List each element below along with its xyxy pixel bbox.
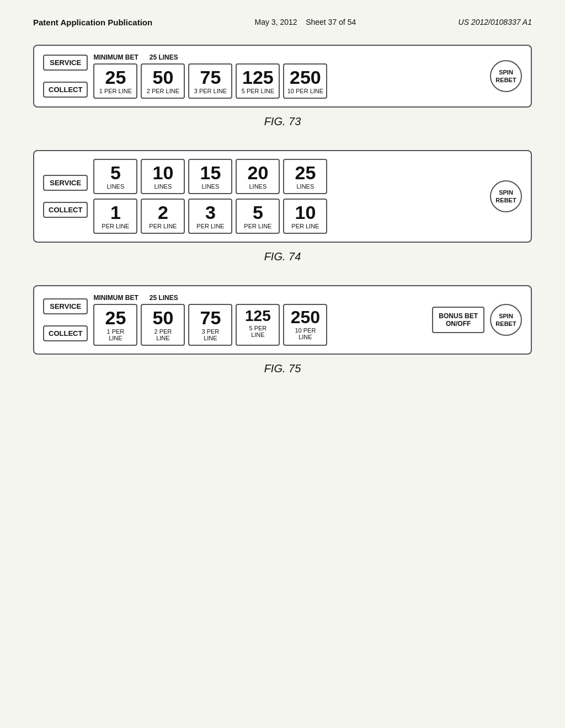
bet-btn-74-top-1[interactable]: 10 LINES bbox=[141, 159, 185, 194]
bet-value-75-4: 250 bbox=[286, 308, 324, 326]
publication-title: Patent Application Publication bbox=[33, 17, 152, 28]
bet-btn-74-top-4[interactable]: 25 LINES bbox=[283, 159, 327, 194]
figure-75-box: SERVICE COLLECT MINIMUM BET 25 LINES 25 … bbox=[33, 285, 532, 355]
bet-value-73-2: 75 bbox=[191, 68, 229, 87]
lines-label-75: 25 LINES bbox=[150, 294, 178, 302]
bet-sub-73-3: 5 PER LINE bbox=[239, 88, 276, 94]
bet-value-74-bot-2: 3 bbox=[191, 203, 229, 222]
service-button-75[interactable]: SERVICE bbox=[43, 298, 88, 314]
bet-btn-74-bot-4[interactable]: 10 PER LINE bbox=[283, 199, 327, 234]
bet-sub-75-2: 3 PERLINE bbox=[191, 328, 229, 341]
bet-sub-75-1: 2 PERLINE bbox=[144, 328, 182, 341]
spin-label-73: SPIN bbox=[499, 68, 513, 76]
bet-value-75-0: 25 bbox=[97, 308, 134, 327]
bet-value-74-top-4: 25 bbox=[286, 163, 324, 182]
page-header: Patent Application Publication May 3, 20… bbox=[33, 11, 532, 28]
spin-rebet-btn-74[interactable]: SPIN REBET bbox=[490, 180, 522, 212]
bet-btn-74-bot-3[interactable]: 5 PER LINE bbox=[236, 199, 280, 234]
bet-btn-74-bot-2[interactable]: 3 PER LINE bbox=[188, 199, 232, 234]
bet-sub-75-0: 1 PERLINE bbox=[97, 328, 134, 341]
min-bet-header-73: MINIMUM BET 25 LINES bbox=[93, 53, 484, 61]
rebet-label-74: REBET bbox=[495, 196, 516, 204]
bet-value-73-3: 125 bbox=[239, 68, 276, 87]
bet-sub-75-4: 10 PERLINE bbox=[286, 327, 324, 340]
bonus-bet-button-75[interactable]: BONUS BET ON/OFF bbox=[432, 307, 484, 333]
bet-value-74-top-0: 5 bbox=[97, 163, 134, 182]
figure-73-caption: FIG. 73 bbox=[33, 115, 532, 128]
service-button-73[interactable]: SERVICE bbox=[43, 55, 88, 71]
spin-label-75: SPIN bbox=[499, 312, 513, 320]
bet-btn-75-4[interactable]: 250 10 PERLINE bbox=[283, 304, 327, 346]
figure-74-section: SERVICE COLLECT 5 LINES 10 LINES 15 LINE… bbox=[33, 150, 532, 263]
rebet-label-73: REBET bbox=[495, 76, 516, 84]
header-sheet: Sheet 37 of 54 bbox=[306, 18, 356, 26]
bet-value-74-top-1: 10 bbox=[144, 163, 182, 182]
bet-sub-74-bot-0: PER LINE bbox=[97, 223, 134, 229]
collect-button-73[interactable]: COLLECT bbox=[43, 82, 88, 98]
bet-sub-74-bot-1: PER LINE bbox=[144, 223, 182, 229]
bet-btn-73-0[interactable]: 25 1 PER LINE bbox=[93, 63, 137, 99]
side-buttons-74: SERVICE COLLECT bbox=[43, 175, 88, 218]
bet-btn-74-bot-1[interactable]: 2 PER LINE bbox=[141, 199, 185, 234]
bet-value-73-0: 25 bbox=[97, 68, 134, 87]
bet-value-75-3: 125 bbox=[239, 308, 276, 324]
bet-value-75-2: 75 bbox=[191, 308, 229, 327]
bet-sub-73-4: 10 PER LINE bbox=[286, 88, 324, 94]
bet-area-73: MINIMUM BET 25 LINES 25 1 PER LINE 50 2 … bbox=[93, 53, 484, 99]
side-buttons-75: SERVICE COLLECT bbox=[43, 298, 88, 341]
bet-value-73-1: 50 bbox=[144, 68, 182, 87]
min-bet-label-73: MINIMUM BET bbox=[93, 53, 138, 61]
bet-sub-74-bot-4: PER LINE bbox=[286, 223, 324, 229]
bet-value-75-1: 50 bbox=[144, 308, 182, 327]
figure-75-caption: FIG. 75 bbox=[33, 362, 532, 375]
bet-value-74-bot-1: 2 bbox=[144, 203, 182, 222]
min-bet-header-75: MINIMUM BET 25 LINES bbox=[93, 294, 427, 302]
figure-73-box: SERVICE COLLECT MINIMUM BET 25 LINES 25 … bbox=[33, 45, 532, 108]
collect-button-75[interactable]: COLLECT bbox=[43, 325, 88, 341]
bet-area-74: 5 LINES 10 LINES 15 LINES 20 LINES 25 bbox=[93, 159, 484, 234]
spin-rebet-btn-75[interactable]: SPIN REBET bbox=[490, 304, 522, 336]
service-button-74[interactable]: SERVICE bbox=[43, 175, 88, 191]
bet-btn-74-bot-0[interactable]: 1 PER LINE bbox=[93, 199, 137, 234]
bet-value-74-top-2: 15 bbox=[191, 163, 229, 182]
header-date-sheet: May 3, 2012 Sheet 37 of 54 bbox=[255, 17, 356, 26]
bet-btn-75-3[interactable]: 125 5 PERLINE bbox=[236, 304, 280, 346]
bet-btn-74-top-2[interactable]: 15 LINES bbox=[188, 159, 232, 194]
side-buttons-73: SERVICE COLLECT bbox=[43, 55, 88, 98]
bet-sub-74-top-0: LINES bbox=[97, 183, 134, 190]
bet-buttons-row-73: 25 1 PER LINE 50 2 PER LINE 75 3 PER LIN… bbox=[93, 63, 484, 99]
header-date: May 3, 2012 bbox=[255, 18, 297, 26]
bet-btn-73-2[interactable]: 75 3 PER LINE bbox=[188, 63, 232, 99]
collect-button-74[interactable]: COLLECT bbox=[43, 202, 88, 218]
bonus-label-line2: ON/OFF bbox=[446, 320, 471, 328]
bet-sub-74-bot-2: PER LINE bbox=[191, 223, 229, 229]
bet-btn-74-top-3[interactable]: 20 LINES bbox=[236, 159, 280, 194]
bet-value-74-bot-4: 10 bbox=[286, 203, 324, 222]
bet-btn-73-3[interactable]: 125 5 PER LINE bbox=[236, 63, 280, 99]
bet-value-73-4: 250 bbox=[286, 68, 324, 87]
bonus-label-line1: BONUS BET bbox=[439, 312, 478, 320]
perline-row-74: 1 PER LINE 2 PER LINE 3 PER LINE 5 PER L… bbox=[93, 199, 484, 234]
bet-sub-73-0: 1 PER LINE bbox=[97, 88, 134, 94]
bet-area-75: MINIMUM BET 25 LINES 25 1 PERLINE 50 2 P… bbox=[93, 294, 427, 346]
bet-sub-74-top-4: LINES bbox=[286, 183, 324, 190]
bet-value-74-bot-3: 5 bbox=[239, 203, 276, 222]
header-patent: US 2012/0108337 A1 bbox=[459, 17, 532, 26]
bet-btn-75-1[interactable]: 50 2 PERLINE bbox=[141, 304, 185, 346]
min-bet-label-75: MINIMUM BET bbox=[93, 294, 138, 302]
bet-btn-73-4[interactable]: 250 10 PER LINE bbox=[283, 63, 327, 99]
patent-number: US 2012/0108337 A1 bbox=[459, 18, 532, 26]
bet-btn-73-1[interactable]: 50 2 PER LINE bbox=[141, 63, 185, 99]
bet-btn-75-2[interactable]: 75 3 PERLINE bbox=[188, 304, 232, 346]
bet-sub-74-top-2: LINES bbox=[191, 183, 229, 190]
figure-75-section: SERVICE COLLECT MINIMUM BET 25 LINES 25 … bbox=[33, 285, 532, 375]
spin-rebet-btn-73[interactable]: SPIN REBET bbox=[490, 60, 522, 92]
lines-label-73: 25 LINES bbox=[150, 53, 178, 61]
bet-sub-74-bot-3: PER LINE bbox=[239, 223, 276, 229]
figure-74-caption: FIG. 74 bbox=[33, 250, 532, 263]
lines-row-74: 5 LINES 10 LINES 15 LINES 20 LINES 25 bbox=[93, 159, 484, 194]
bet-btn-74-top-0[interactable]: 5 LINES bbox=[93, 159, 137, 194]
bet-btn-75-0[interactable]: 25 1 PERLINE bbox=[93, 304, 137, 346]
figure-73-section: SERVICE COLLECT MINIMUM BET 25 LINES 25 … bbox=[33, 45, 532, 128]
bet-sub-73-1: 2 PER LINE bbox=[144, 88, 182, 94]
